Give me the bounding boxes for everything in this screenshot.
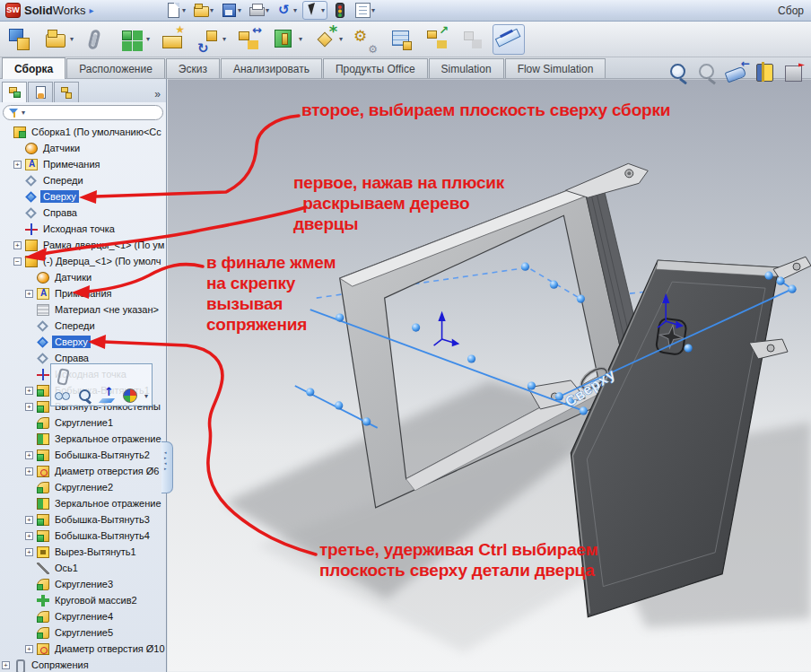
motion-gears-button[interactable] bbox=[349, 24, 381, 55]
tab-продукты-office[interactable]: Продукты Office bbox=[323, 58, 428, 78]
zoom-to-fit-icon[interactable] bbox=[667, 60, 691, 85]
tree-item[interactable]: +Бобышка-Вытянуть2 bbox=[0, 447, 167, 463]
expander-plus-icon[interactable]: + bbox=[25, 451, 33, 459]
rebuild-traffic-light-button[interactable] bbox=[330, 1, 350, 20]
tree-item[interactable]: Спереди bbox=[0, 172, 167, 188]
select-cursor-button[interactable]: ▾ bbox=[302, 1, 327, 20]
bill-of-materials-button[interactable] bbox=[385, 24, 417, 55]
tree-item[interactable]: Датчики bbox=[0, 140, 167, 156]
component-pattern-button[interactable]: ▾ bbox=[116, 24, 153, 55]
hide-show-glasses-icon[interactable] bbox=[55, 388, 71, 404]
tree-item[interactable]: +Диаметр отверстия Ø10 bbox=[0, 641, 167, 657]
panel-collapse-chevron[interactable]: » bbox=[154, 88, 164, 102]
tree-item[interactable]: Сверху bbox=[0, 188, 167, 205]
undo-button[interactable]: ▾ bbox=[275, 1, 300, 20]
tree-item[interactable]: Круговой массив2 bbox=[0, 592, 167, 608]
move-component-button[interactable] bbox=[232, 24, 265, 55]
print-button[interactable]: ▾ bbox=[247, 1, 272, 20]
panel-tab-configuration-manager[interactable] bbox=[54, 82, 79, 102]
mate-paperclip-button[interactable] bbox=[80, 24, 112, 55]
dropdown-arrow-icon[interactable]: ▾ bbox=[144, 392, 148, 400]
dropdown-arrow-icon[interactable]: ▾ bbox=[321, 6, 325, 14]
tree-item[interactable]: Сборка1 (По умолчанию<Сс bbox=[0, 124, 167, 140]
tree-item[interactable]: Скругление2 bbox=[0, 479, 167, 495]
expander-plus-icon[interactable]: + bbox=[25, 467, 33, 476]
tree-item[interactable]: +Примечания bbox=[0, 156, 167, 172]
expander-plus-icon[interactable]: + bbox=[25, 403, 33, 411]
tree-item[interactable]: Скругление1 bbox=[0, 415, 167, 431]
zoom-magnifier-icon[interactable] bbox=[77, 388, 93, 404]
dropdown-arrow-icon[interactable]: ▾ bbox=[146, 35, 150, 43]
dropdown-arrow-icon[interactable]: ▾ bbox=[70, 35, 74, 43]
menu-expand-arrow-icon[interactable]: ▸ bbox=[89, 5, 93, 15]
new-document-button[interactable]: ▾ bbox=[163, 1, 188, 20]
normal-to-plane-icon[interactable] bbox=[100, 388, 116, 404]
dropdown-arrow-icon[interactable]: ▾ bbox=[22, 109, 25, 117]
appearance-color-wheel-icon[interactable] bbox=[122, 388, 138, 404]
move-rotate-button[interactable]: ▾ bbox=[192, 24, 229, 55]
zoom-to-area-icon[interactable] bbox=[696, 60, 719, 85]
tree-item[interactable]: Скругление5 bbox=[0, 624, 167, 641]
reference-geometry-button[interactable]: ▾ bbox=[309, 24, 345, 55]
options-checklist-button[interactable]: ▾ bbox=[353, 1, 378, 20]
tree-item[interactable]: +Вырез-Вытянуть1 bbox=[0, 544, 167, 560]
expander-plus-icon[interactable]: + bbox=[25, 532, 33, 540]
tab-сборка[interactable]: Сборка bbox=[2, 57, 65, 79]
section-view-icon[interactable] bbox=[754, 60, 777, 85]
expander-plus-icon[interactable]: + bbox=[13, 161, 22, 169]
tree-item[interactable]: +Бобышка-Вытянуть3 bbox=[0, 511, 167, 528]
insert-components-button[interactable] bbox=[4, 24, 36, 55]
tab-flow-simulation[interactable]: Flow Simulation bbox=[505, 58, 606, 78]
open-button[interactable]: ▾ bbox=[191, 1, 216, 20]
tree-item[interactable]: Справа bbox=[0, 205, 167, 221]
measure-ruler-button[interactable] bbox=[493, 24, 525, 55]
viewport-3d[interactable]: Сверху bbox=[168, 79, 811, 672]
expander-plus-icon[interactable]: + bbox=[25, 516, 33, 524]
tab-эскиз[interactable]: Эскиз bbox=[166, 58, 220, 78]
exploded-view-button[interactable] bbox=[421, 24, 453, 55]
expander-minus-icon[interactable]: − bbox=[13, 257, 22, 266]
tab-расположение[interactable]: Расположение bbox=[66, 58, 165, 78]
dropdown-arrow-icon[interactable]: ▾ bbox=[182, 6, 186, 14]
smart-fasteners-button[interactable] bbox=[156, 24, 188, 55]
save-button[interactable]: ▾ bbox=[219, 1, 244, 20]
panel-tab-feature-manager[interactable] bbox=[2, 82, 27, 102]
expander-plus-icon[interactable]: + bbox=[25, 290, 33, 298]
tree-item[interactable]: +Диаметр отверстия Ø6 bbox=[0, 463, 167, 479]
dropdown-arrow-icon[interactable]: ▾ bbox=[371, 6, 375, 14]
tree-item[interactable]: +Рамка дверцы_<1> (По ум bbox=[0, 237, 167, 253]
tree-item[interactable]: Датчики bbox=[0, 269, 167, 285]
dropdown-arrow-icon[interactable]: ▾ bbox=[299, 35, 302, 43]
tree-item[interactable]: Зеркальное отражение bbox=[0, 431, 167, 447]
tab-simulation[interactable]: Simulation bbox=[429, 58, 504, 78]
tree-item[interactable]: Сверху bbox=[0, 334, 167, 350]
expander-plus-icon[interactable]: + bbox=[25, 548, 33, 556]
tab-анализировать[interactable]: Анализировать bbox=[221, 58, 322, 78]
tree-item[interactable]: +Примечания bbox=[0, 285, 167, 301]
tree-item[interactable]: Материал <не указан> bbox=[0, 301, 167, 318]
tree-item[interactable]: Ось1 bbox=[0, 560, 167, 576]
dropdown-arrow-icon[interactable]: ▾ bbox=[222, 35, 226, 43]
dropdown-arrow-icon[interactable]: ▾ bbox=[266, 6, 269, 14]
panel-splitter-handle[interactable] bbox=[161, 441, 173, 493]
open-part-button[interactable]: ▾ bbox=[39, 24, 76, 55]
assembly-features-button[interactable]: ▾ bbox=[268, 24, 305, 55]
tree-item[interactable]: +Сопряжения bbox=[0, 657, 167, 672]
tree-item[interactable]: Исходная точка bbox=[0, 221, 167, 237]
tree-item[interactable]: +Бобышка-Вытянуть4 bbox=[0, 528, 167, 544]
tree-item[interactable]: Спереди bbox=[0, 318, 167, 334]
expander-plus-icon[interactable]: + bbox=[2, 661, 10, 669]
tree-item[interactable]: Зеркальное отражение bbox=[0, 495, 167, 511]
dropdown-arrow-icon[interactable]: ▾ bbox=[293, 6, 297, 14]
tree-filter-bar[interactable]: ▾ bbox=[3, 105, 163, 120]
view-orientation-icon[interactable] bbox=[725, 60, 748, 85]
expander-plus-icon[interactable]: + bbox=[25, 645, 33, 653]
dropdown-arrow-icon[interactable]: ▾ bbox=[238, 6, 241, 14]
mate-paperclip-large-icon[interactable] bbox=[55, 368, 71, 384]
expander-plus-icon[interactable]: + bbox=[25, 387, 33, 395]
tree-item[interactable]: Скругление3 bbox=[0, 576, 167, 592]
panel-tab-property-manager[interactable] bbox=[28, 82, 53, 102]
dropdown-arrow-icon[interactable]: ▾ bbox=[339, 35, 343, 43]
tree-item[interactable]: −(-) Дверца_<1> (По умолч bbox=[0, 253, 167, 269]
tree-item[interactable]: Скругление4 bbox=[0, 608, 167, 624]
